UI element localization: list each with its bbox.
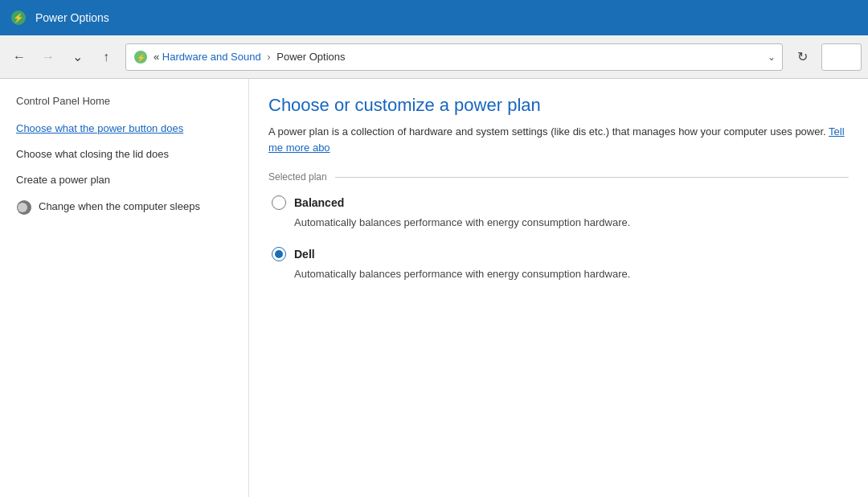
sidebar: Control Panel Home Choose what the power… xyxy=(0,79,249,497)
sleep-icon xyxy=(16,199,32,216)
svg-text:⚡: ⚡ xyxy=(137,53,146,63)
search-box[interactable] xyxy=(821,43,862,71)
address-dropdown-icon[interactable]: ⌄ xyxy=(768,51,776,63)
plan-balanced-radio[interactable] xyxy=(272,195,286,210)
address-icon: ⚡ xyxy=(133,49,149,65)
plan-balanced-name: Balanced xyxy=(294,196,344,209)
address-text: « Hardware and Sound › Power Options xyxy=(154,51,760,63)
svg-text:⚡: ⚡ xyxy=(13,12,24,23)
plan-balanced-header: Balanced xyxy=(272,195,849,210)
plan-balanced[interactable]: Balanced Automatically balances performa… xyxy=(268,195,849,231)
svg-point-5 xyxy=(18,203,27,212)
app-icon: ⚡ xyxy=(10,9,27,27)
back-button[interactable]: ← xyxy=(6,44,32,70)
plan-dell-desc: Automatically balances performance with … xyxy=(272,266,849,282)
title-bar: ⚡ Power Options xyxy=(0,0,868,35)
content-title: Choose or customize a power plan xyxy=(268,95,849,116)
sidebar-sleep-label: Change when the computer sleeps xyxy=(39,199,200,214)
sidebar-title: Control Panel Home xyxy=(16,95,232,107)
selected-plan-text: Selected plan xyxy=(268,171,327,183)
plan-balanced-desc: Automatically balances performance with … xyxy=(272,215,849,231)
address-current: Power Options xyxy=(276,51,345,63)
sidebar-link-power-button[interactable]: Choose what the power button does xyxy=(16,121,232,136)
content-desc-text: A power plan is a collection of hardware… xyxy=(268,125,826,138)
sidebar-item-create-plan: Create a power plan xyxy=(16,173,232,187)
selected-plan-label: Selected plan xyxy=(268,171,849,183)
content-area: Choose or customize a power plan A power… xyxy=(249,79,868,497)
content-description: A power plan is a collection of hardware… xyxy=(268,124,849,155)
main-area: Control Panel Home Choose what the power… xyxy=(0,79,868,497)
plan-dell-name: Dell xyxy=(294,248,315,261)
sidebar-item-sleep: Change when the computer sleeps xyxy=(16,199,232,216)
address-parent[interactable]: Hardware and Sound xyxy=(162,51,261,63)
plan-dell-header: Dell xyxy=(272,247,849,261)
refresh-button[interactable]: ↻ xyxy=(789,44,815,70)
window-title: Power Options xyxy=(35,11,109,24)
plan-dell[interactable]: Dell Automatically balances performance … xyxy=(268,247,849,282)
address-box[interactable]: ⚡ « Hardware and Sound › Power Options ⌄ xyxy=(125,43,783,71)
recent-locations-button[interactable]: ⌄ xyxy=(64,44,90,70)
up-button[interactable]: ↑ xyxy=(93,44,119,70)
sidebar-item-lid: Choose what closing the lid does xyxy=(16,147,232,162)
address-prefix: « xyxy=(154,51,162,63)
address-separator: › xyxy=(267,51,273,63)
plan-dell-radio-fill xyxy=(275,250,283,258)
plan-dell-radio[interactable] xyxy=(272,247,286,261)
forward-button[interactable]: → xyxy=(35,44,61,70)
address-bar-row: ← → ⌄ ↑ ⚡ « Hardware and Sound › Power O… xyxy=(0,35,868,79)
